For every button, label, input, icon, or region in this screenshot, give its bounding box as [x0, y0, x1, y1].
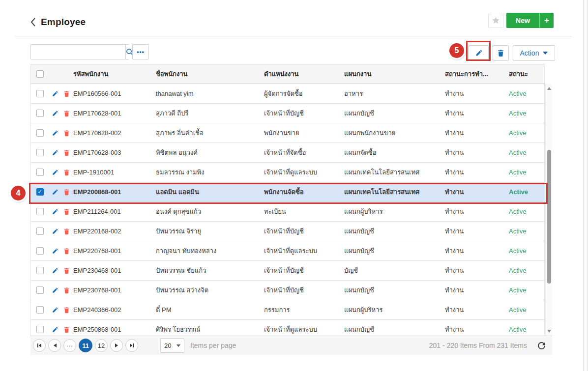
row-delete-trash-icon[interactable]	[63, 267, 70, 274]
row-edit-pencil-icon[interactable]	[52, 267, 59, 274]
table-row[interactable]: EMP220168-002 ปัทมวรรณ จิรายุ เจ้าหน้าที…	[31, 222, 544, 241]
row-checkbox[interactable]	[36, 267, 44, 274]
new-button[interactable]: New	[506, 13, 539, 28]
row-edit-pencil-icon[interactable]	[52, 189, 59, 196]
row-edit-pencil-icon[interactable]	[52, 287, 59, 294]
page-size-select[interactable]: 20	[160, 338, 184, 353]
cell-work-status: ทำงาน	[442, 206, 506, 217]
first-page-button[interactable]	[33, 339, 46, 352]
row-delete-trash-icon[interactable]	[63, 307, 70, 314]
row-checkbox[interactable]	[36, 110, 44, 117]
delete-selected-button[interactable]	[493, 45, 509, 61]
table-row[interactable]: EMP170628-002 สุภาพร อิ่นคำเชื้อ พนักงาน…	[31, 123, 544, 143]
scrollbar-thumb[interactable]	[547, 150, 551, 284]
row-delete-trash-icon[interactable]	[63, 248, 70, 255]
row-edit-pencil-icon[interactable]	[52, 130, 59, 137]
column-header-status[interactable]: สถานะ	[506, 69, 545, 79]
column-header-department[interactable]: แผนกงาน	[341, 69, 442, 79]
cell-employee-code: EMP220168-002	[70, 228, 153, 235]
row-edit-pencil-icon[interactable]	[52, 228, 59, 235]
cell-status: Active	[506, 169, 544, 176]
column-header-code[interactable]: รหัสพนักงาน	[70, 69, 153, 79]
page-12-button[interactable]: 12	[95, 339, 108, 352]
cell-work-status: ทำงาน	[442, 265, 506, 276]
table-row[interactable]: EMP211264-001 อนงค์ ดุกสุขแก้ว ทะเบียน แ…	[31, 202, 544, 222]
scroll-down-arrow-icon[interactable]	[546, 328, 553, 335]
annotation-step4-badge: 4	[11, 186, 26, 200]
table-row[interactable]: EMP230768-001 ปัทมวรรณ สว่างจิต เจ้าหน้า…	[31, 281, 544, 300]
refresh-button[interactable]	[538, 342, 545, 349]
next-page-button[interactable]	[110, 339, 123, 352]
action-dropdown-button[interactable]: Action	[513, 45, 555, 61]
column-header-work-status[interactable]: สถานะการทำ...	[442, 69, 506, 79]
row-checkbox[interactable]	[36, 90, 44, 97]
table-row[interactable]: EMP240366-002 ตี๋ PM กรรมการ แผนกผู้บริห…	[31, 300, 544, 320]
row-delete-trash-icon[interactable]	[63, 287, 70, 294]
row-checkbox[interactable]	[36, 247, 44, 255]
row-checkbox[interactable]	[36, 188, 44, 196]
row-edit-pencil-icon[interactable]	[52, 326, 59, 333]
edit-selected-button[interactable]	[469, 45, 489, 61]
row-edit-pencil-icon[interactable]	[52, 248, 59, 255]
table-row[interactable]: EMP250868-001 ศิริพร โยธวรรณ์ เจ้าหน้าที…	[31, 320, 544, 336]
row-edit-pencil-icon[interactable]	[52, 90, 59, 97]
scroll-up-arrow-icon[interactable]	[546, 85, 553, 92]
select-all-checkbox[interactable]	[36, 70, 44, 78]
column-header-position[interactable]: ตำแหน่งงาน	[261, 69, 341, 79]
row-delete-trash-icon[interactable]	[63, 189, 70, 196]
row-edit-pencil-icon[interactable]	[52, 149, 59, 156]
cell-work-status: ทำงาน	[442, 147, 506, 158]
row-delete-trash-icon[interactable]	[63, 110, 70, 117]
cell-work-status: ทำงาน	[442, 128, 506, 138]
pager: ... 11 12	[33, 339, 138, 352]
row-delete-trash-icon[interactable]	[63, 169, 70, 176]
back-chevron-icon[interactable]	[30, 18, 36, 27]
row-delete-trash-icon[interactable]	[63, 149, 70, 156]
row-delete-trash-icon[interactable]	[63, 208, 70, 215]
cell-status: Active	[506, 188, 544, 196]
last-page-button[interactable]	[125, 339, 138, 352]
table-row[interactable]: EMP220768-001 กาญจนา ทับทองหลาง เจ้าหน้า…	[31, 241, 544, 261]
new-plus-button[interactable]: +	[539, 13, 554, 28]
table-row[interactable]: EMP170628-003 พิชิตพล อนุวงค์ เจ้าหน้าที…	[31, 143, 544, 163]
search-input[interactable]	[31, 45, 125, 59]
prev-page-button[interactable]	[48, 339, 61, 352]
cell-department: แผนกบัญชี	[341, 108, 442, 118]
row-checkbox[interactable]	[36, 149, 44, 156]
cell-position: พนักงานขาย	[261, 128, 341, 138]
cell-department: แผนกผู้บริหาร	[341, 206, 442, 217]
row-checkbox[interactable]	[36, 306, 44, 314]
row-edit-pencil-icon[interactable]	[52, 307, 59, 314]
table-row[interactable]: EMP230468-001 ปัทมวรรณ ชัยแก้ว เจ้าหน้าท…	[31, 261, 544, 281]
column-header-name[interactable]: ชื่อพนักงาน	[153, 69, 261, 79]
cell-employee-code: EMP230468-001	[70, 267, 153, 274]
pager-ellipsis-button[interactable]: ...	[63, 339, 76, 352]
table-row[interactable]: EMP160566-001 thanawat yim ผู้จัดการจัดซ…	[31, 84, 544, 104]
row-checkbox[interactable]	[36, 228, 44, 235]
row-delete-trash-icon[interactable]	[63, 326, 70, 333]
cell-status: Active	[506, 286, 544, 294]
row-checkbox[interactable]	[36, 326, 44, 333]
table-row[interactable]: EMP200868-001 แอดมิน แอดมิน พนักงานจัดซื…	[31, 182, 544, 202]
table-row[interactable]: EMP-1910001 ธมลวรรณ งามพิง เจ้าหน้าที่ดู…	[31, 163, 544, 182]
cell-work-status: ทำงาน	[442, 167, 506, 177]
row-checkbox[interactable]	[36, 129, 44, 137]
table-row[interactable]: EMP170628-001 สุภาวดี ถีปรี เจ้าหน้าที่บ…	[31, 104, 544, 123]
row-checkbox[interactable]	[36, 286, 44, 294]
row-edit-pencil-icon[interactable]	[52, 169, 59, 176]
current-page-button[interactable]: 11	[79, 339, 92, 352]
row-delete-trash-icon[interactable]	[63, 130, 70, 137]
more-options-button[interactable]: •••	[132, 44, 149, 59]
row-delete-trash-icon[interactable]	[63, 90, 70, 97]
new-split-button: New +	[506, 13, 554, 28]
row-delete-trash-icon[interactable]	[63, 228, 70, 235]
favorite-button[interactable]	[488, 13, 503, 28]
table-scrollbar[interactable]	[545, 84, 552, 336]
cell-department: แผนกผู้บริหาร	[341, 305, 442, 315]
row-edit-pencil-icon[interactable]	[52, 110, 59, 117]
cell-work-status: ทำงาน	[442, 88, 506, 99]
cell-department: แผนกบัญชี	[341, 226, 442, 236]
row-checkbox[interactable]	[36, 169, 44, 176]
row-checkbox[interactable]	[36, 208, 44, 215]
row-edit-pencil-icon[interactable]	[52, 208, 59, 215]
